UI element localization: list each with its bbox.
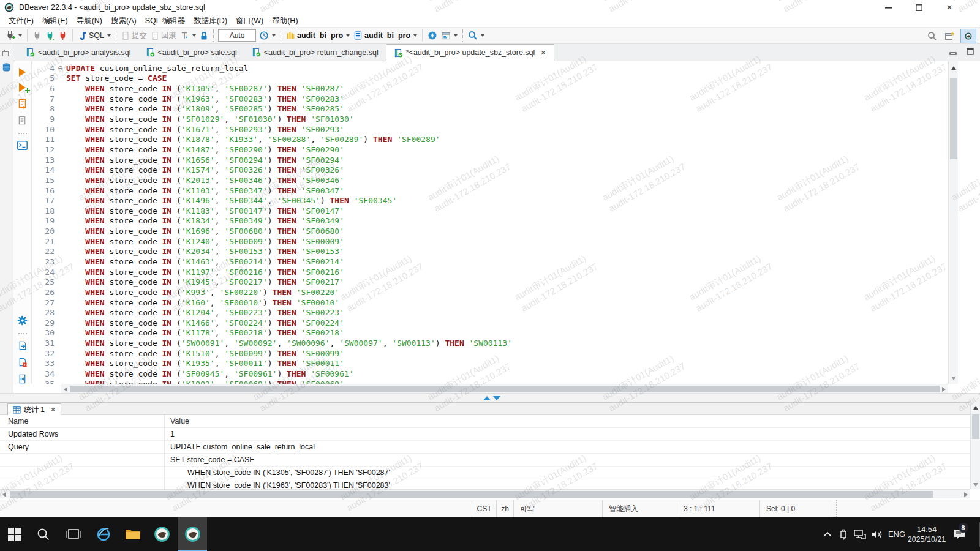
- database-navigator-icon[interactable]: [0, 62, 13, 72]
- taskbar-search-icon[interactable]: [30, 517, 57, 551]
- statistics-tab[interactable]: 统计 1 ✕: [7, 403, 61, 416]
- settings-gear-icon[interactable]: [17, 315, 28, 326]
- code-line[interactable]: 25 WHEN store_code IN ('K1945', 'SF00217…: [32, 277, 948, 287]
- unsaved-file-icon[interactable]: [17, 358, 28, 367]
- tray-chevron-icon[interactable]: [820, 517, 835, 551]
- table-row[interactable]: WHEN store_code IN ('K1305', 'SF00287') …: [0, 466, 970, 479]
- editor-tab-3[interactable]: <audit_bi_pro> return_change.sql: [244, 44, 386, 61]
- code-line[interactable]: 4⊖UPDATE custom_online_sale_return_local: [32, 63, 948, 73]
- network-tray-icon[interactable]: [851, 517, 869, 551]
- quick-search-button[interactable]: [925, 30, 939, 42]
- panel-sash[interactable]: [0, 393, 980, 402]
- table-row[interactable]: SET store_code = CASE: [0, 453, 970, 466]
- results-vertical-scrollbar[interactable]: [970, 402, 980, 489]
- status-language[interactable]: zh: [497, 500, 514, 517]
- dbeaver-taskbar-icon[interactable]: [148, 517, 175, 551]
- execute-new-tab-button[interactable]: [17, 83, 28, 92]
- scrollbar-thumb[interactable]: [972, 414, 979, 439]
- status-timezone[interactable]: CST: [472, 500, 497, 517]
- sash-collapse-up-icon[interactable]: [483, 396, 491, 400]
- script-info-button[interactable]: [17, 116, 28, 126]
- code-line[interactable]: 13 WHEN store_code IN ('K1656', 'SF00294…: [32, 155, 948, 165]
- code-line[interactable]: 21 WHEN store_code IN ('K1240', 'SF00009…: [32, 236, 948, 247]
- customize-perspective-button[interactable]: [943, 30, 957, 42]
- maximize-button[interactable]: [903, 0, 934, 15]
- dbeaver-perspective-button[interactable]: [960, 29, 976, 43]
- column-header-value[interactable]: Value: [164, 417, 189, 425]
- menu-item-5[interactable]: SQL 编辑器: [145, 16, 186, 26]
- sql-editor-button[interactable]: SQL: [76, 29, 113, 42]
- export-result-button[interactable]: [17, 341, 28, 351]
- code-line[interactable]: 29 WHEN store_code IN ('K1466', 'SF00224…: [32, 318, 948, 328]
- menu-item-3[interactable]: 导航(N): [77, 16, 102, 26]
- code-line[interactable]: 27 WHEN store_code IN ('K160', 'SF00010'…: [32, 298, 948, 308]
- code-line[interactable]: 12 WHEN store_code IN ('K1487', 'SF00290…: [32, 144, 948, 155]
- sash-collapse-down-icon[interactable]: [493, 396, 500, 400]
- menu-item-1[interactable]: 文件(F): [9, 16, 34, 26]
- editor-horizontal-scrollbar[interactable]: [61, 384, 948, 393]
- rollback-button[interactable]: 回滚: [149, 29, 178, 42]
- maximize-view-icon[interactable]: [967, 48, 974, 55]
- menu-item-4[interactable]: 搜索(A): [111, 16, 137, 26]
- file-explorer-icon[interactable]: [119, 517, 146, 551]
- code-line[interactable]: 7 WHEN store_code IN ('K1963', 'SF00283'…: [32, 94, 948, 104]
- execute-script-button[interactable]: [17, 99, 28, 109]
- menu-item-2[interactable]: 编辑(E): [42, 16, 68, 26]
- scroll-down-icon[interactable]: [973, 483, 978, 487]
- scrollbar-thumb[interactable]: [70, 386, 940, 392]
- table-row[interactable]: QueryUPDATE custom_online_sale_return_lo…: [0, 440, 970, 453]
- scroll-left-icon[interactable]: [64, 387, 67, 392]
- transaction-log-button[interactable]: [178, 29, 198, 42]
- code-line[interactable]: 24 WHEN store_code IN ('K1197', 'SF00216…: [32, 267, 948, 277]
- connection-selector[interactable]: audit_bi_pro: [284, 29, 352, 42]
- notification-center-icon[interactable]: 8: [948, 517, 970, 551]
- code-line[interactable]: 19 WHEN store_code IN ('K1834', 'SF00349…: [32, 216, 948, 227]
- code-line[interactable]: 5SET store_code = CASE: [32, 73, 948, 84]
- status-insertmode[interactable]: 智能插入: [603, 500, 677, 517]
- code-line[interactable]: 31 WHEN store_code IN ('SW00091', 'SW000…: [32, 338, 948, 348]
- column-header-name[interactable]: Name: [0, 417, 164, 425]
- transaction-mode-select[interactable]: Auto: [218, 29, 256, 42]
- lock-button[interactable]: [198, 30, 210, 42]
- clock[interactable]: 14:54 2025/10/21: [908, 517, 946, 551]
- status-selection[interactable]: Sel: 0 | 0: [760, 500, 832, 517]
- execution-plan-button[interactable]: [439, 30, 459, 42]
- code-line[interactable]: 22 WHEN store_code IN ('K2034', 'SF00153…: [32, 247, 948, 257]
- code-line[interactable]: 10 WHEN store_code IN ('K1671', 'SF00293…: [32, 124, 948, 135]
- editor-vertical-scrollbar[interactable]: [948, 61, 958, 384]
- scrollbar-thumb[interactable]: [950, 78, 957, 159]
- reconnect-button[interactable]: [43, 30, 56, 42]
- status-caret-position[interactable]: 3 : 1 : 111: [677, 500, 760, 517]
- results-horizontal-scrollbar[interactable]: [0, 489, 970, 498]
- disconnect-button[interactable]: [56, 30, 69, 42]
- scroll-right-icon[interactable]: [942, 387, 946, 392]
- code-line[interactable]: 14 WHEN store_code IN ('K1574', 'SF00326…: [32, 165, 948, 175]
- scrollbar-thumb[interactable]: [10, 491, 933, 498]
- scroll-up-icon[interactable]: [973, 406, 978, 410]
- code-line[interactable]: 11 WHEN store_code IN ('K1878', 'K1933',…: [32, 134, 948, 144]
- new-connection-button[interactable]: [4, 29, 24, 42]
- code-line[interactable]: 23 WHEN store_code IN ('K1463', 'SF00214…: [32, 257, 948, 267]
- menu-item-7[interactable]: 窗口(W): [236, 16, 263, 26]
- code-line[interactable]: 8 WHEN store_code IN ('K1809', 'SF00285'…: [32, 104, 948, 114]
- restore-panes-icon[interactable]: [0, 50, 13, 57]
- code-line[interactable]: 32 WHEN store_code IN ('K1510', 'SF00099…: [32, 348, 948, 359]
- scroll-up-icon[interactable]: [951, 66, 956, 70]
- code-line[interactable]: 6 WHEN store_code IN ('K1305', 'SF00287'…: [32, 83, 948, 94]
- editor-tab-4[interactable]: *<audit_bi_pro> update_sbz_store.sql✕: [386, 44, 554, 61]
- internet-explorer-icon[interactable]: [90, 517, 117, 551]
- code-line[interactable]: 18 WHEN store_code IN ('K1183', 'SF00147…: [32, 206, 948, 216]
- fold-collapse-icon[interactable]: ⊖: [58, 65, 66, 72]
- editor-tab-1[interactable]: <audit_bi_pro> analysis.sql: [18, 44, 138, 61]
- connect-button[interactable]: [31, 30, 43, 42]
- table-row[interactable]: Updated Rows1: [0, 427, 970, 440]
- close-tab-icon[interactable]: ✕: [540, 49, 546, 57]
- dbeaver-active-taskbar-icon[interactable]: [178, 517, 207, 551]
- code-line[interactable]: 28 WHEN store_code IN ('K1204', 'SF00223…: [32, 307, 948, 318]
- code-line[interactable]: 34 WHEN store_code IN ('SF00945', 'SF009…: [32, 369, 948, 379]
- database-selector[interactable]: audit_bi_pro: [352, 29, 419, 42]
- search-button[interactable]: [466, 29, 486, 42]
- code-line[interactable]: 35 WHEN store_code IN ('K1992', 'SF00069…: [32, 379, 948, 384]
- database-tasks-button[interactable]: [426, 29, 439, 42]
- code-line[interactable]: 16 WHEN store_code IN ('K1103', 'SF00347…: [32, 186, 948, 196]
